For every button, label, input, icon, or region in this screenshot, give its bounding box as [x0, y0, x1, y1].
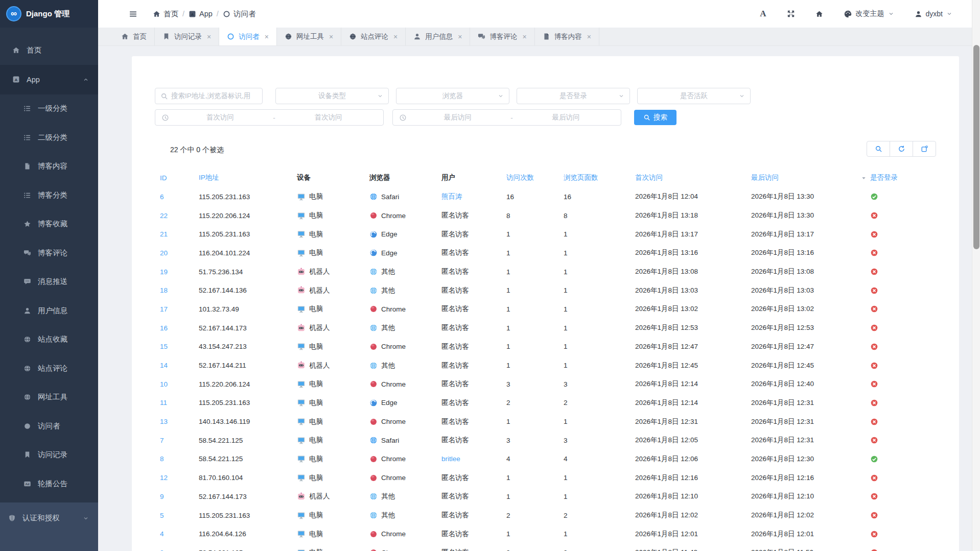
column-header-4[interactable]: 用户: [441, 173, 506, 182]
tab-close-icon[interactable]: ×: [522, 33, 526, 41]
user-name[interactable]: 熊百涛: [441, 193, 462, 200]
last-visit-range-picker[interactable]: 最后访问 - 最后访问: [392, 109, 621, 126]
table-row[interactable]: 258.54.221.125电脑Chrome匿名访客992026年1月8日 11…: [160, 543, 959, 551]
row-id-link[interactable]: 10: [160, 380, 199, 388]
row-user[interactable]: 熊百涛: [441, 192, 506, 201]
column-header-0[interactable]: ID: [160, 174, 199, 182]
row-id-link[interactable]: 15: [160, 343, 199, 350]
table-row[interactable]: 1543.154.247.213电脑Chrome匿名访客112026年1月8日 …: [160, 338, 959, 356]
table-row[interactable]: 17101.32.73.49电脑Chrome匿名访客112026年1月8日 13…: [160, 300, 959, 319]
breadcrumb-app[interactable]: A App: [189, 10, 213, 18]
table-row[interactable]: 11115.205.231.163电脑Edge匿名访客222026年1月8日 1…: [160, 394, 959, 413]
tab-close-icon[interactable]: ×: [265, 33, 269, 41]
row-id-link[interactable]: 5: [160, 512, 199, 519]
row-id-link[interactable]: 2: [160, 549, 199, 551]
row-id-link[interactable]: 16: [160, 324, 199, 332]
vertical-scrollbar[interactable]: [972, 0, 980, 551]
table-row[interactable]: 4116.204.64.126电脑Chrome匿名访客112026年1月8日 1…: [160, 524, 959, 543]
table-row[interactable]: 1452.167.144.211机器人其他匿名访客112026年1月8日 12:…: [160, 356, 959, 375]
row-id-link[interactable]: 13: [160, 418, 199, 425]
sidebar-item-5[interactable]: 博客分类: [0, 181, 98, 210]
row-id-link[interactable]: 4: [160, 530, 199, 538]
sort-desc-icon[interactable]: [861, 175, 870, 181]
table-row[interactable]: 6115.205.231.163电脑Safari熊百涛16162026年1月8日…: [160, 187, 959, 206]
table-row[interactable]: 758.54.221.125电脑Safari匿名访客332026年1月8日 12…: [160, 431, 959, 450]
table-row[interactable]: 1652.167.144.173机器人其他匿名访客112026年1月8日 12:…: [160, 319, 959, 338]
sidebar-item-0[interactable]: 首页: [0, 36, 98, 65]
column-header-1[interactable]: IP地址: [199, 173, 297, 182]
row-id-link[interactable]: 9: [160, 493, 199, 500]
tab-2[interactable]: 访问者×: [219, 28, 277, 45]
table-row[interactable]: 13140.143.146.119电脑Chrome匿名访客112026年1月8日…: [160, 412, 959, 431]
tab-5[interactable]: 用户信息×: [406, 28, 470, 45]
row-id-link[interactable]: 22: [160, 212, 199, 220]
row-id-link[interactable]: 21: [160, 230, 199, 238]
row-id-link[interactable]: 8: [160, 455, 199, 463]
tab-close-icon[interactable]: ×: [207, 33, 211, 41]
export-button[interactable]: [913, 141, 936, 157]
user-menu[interactable]: dyxbt: [915, 10, 952, 18]
column-header-6[interactable]: 浏览页面数: [564, 173, 635, 182]
font-size-button[interactable]: A: [760, 9, 766, 19]
sidebar-item-auth[interactable]: 认证和授权: [0, 502, 98, 534]
row-id-link[interactable]: 19: [160, 268, 199, 276]
row-id-link[interactable]: 11: [160, 399, 199, 406]
row-id-link[interactable]: 18: [160, 286, 199, 294]
tab-close-icon[interactable]: ×: [329, 33, 333, 41]
first-visit-range-picker[interactable]: 首次访问 - 首次访问: [155, 109, 384, 126]
hamburger-menu-icon[interactable]: [129, 10, 137, 18]
tab-4[interactable]: 站点评论×: [341, 28, 406, 45]
refresh-button[interactable]: [890, 141, 913, 157]
device-type-select[interactable]: 设备类型: [275, 88, 389, 104]
row-id-link[interactable]: 12: [160, 474, 199, 482]
row-id-link[interactable]: 20: [160, 249, 199, 257]
tab-3[interactable]: 网址工具×: [277, 28, 341, 45]
column-search-button[interactable]: [867, 141, 890, 157]
sidebar-item-9[interactable]: 用户信息: [0, 296, 98, 325]
active-select[interactable]: 是否活跃: [637, 88, 751, 104]
row-id-link[interactable]: 6: [160, 193, 199, 201]
sidebar-item-13[interactable]: 访问者: [0, 412, 98, 441]
theme-switcher[interactable]: 改变主题: [844, 9, 894, 18]
breadcrumb-home[interactable]: 首页: [153, 9, 178, 19]
table-row[interactable]: 858.54.221.125电脑Chromebritlee442026年1月8日…: [160, 450, 959, 469]
sidebar-item-11[interactable]: 站点评论: [0, 354, 98, 383]
sidebar-item-7[interactable]: 博客评论: [0, 238, 98, 268]
scrollbar-thumb[interactable]: [973, 45, 979, 249]
sidebar-item-12[interactable]: 网址工具: [0, 383, 98, 412]
row-id-link[interactable]: 7: [160, 437, 199, 444]
table-row[interactable]: 1281.70.160.104电脑Chrome匿名访客112026年1月8日 1…: [160, 468, 959, 487]
table-row[interactable]: 1852.167.144.136机器人其他匿名访客112026年1月8日 13:…: [160, 281, 959, 300]
fullscreen-button[interactable]: [787, 10, 795, 18]
column-header-3[interactable]: 浏览器: [369, 173, 441, 182]
tab-6[interactable]: 博客评论×: [470, 28, 534, 45]
table-row[interactable]: 10115.220.206.124电脑Chrome匿名访客332026年1月8日…: [160, 375, 959, 394]
column-header-8[interactable]: 最后访问: [751, 173, 861, 182]
sidebar-item-3[interactable]: 二级分类: [0, 123, 98, 152]
browser-select[interactable]: 浏览器: [396, 88, 509, 104]
sidebar-item-10[interactable]: 站点收藏: [0, 325, 98, 354]
table-row[interactable]: 1951.75.236.134机器人其他匿名访客112026年1月8日 13:0…: [160, 262, 959, 281]
table-row[interactable]: 5115.205.231.163电脑其他匿名访客222026年1月8日 12:0…: [160, 506, 959, 525]
table-row[interactable]: 20116.204.101.224电脑Edge匿名访客112026年1月8日 1…: [160, 244, 959, 262]
table-row[interactable]: 21115.205.231.163电脑Edge匿名访客112026年1月8日 1…: [160, 225, 959, 244]
logged-in-select[interactable]: 是否登录: [517, 88, 630, 104]
tab-0[interactable]: 首页: [113, 28, 155, 45]
row-user[interactable]: britlee: [441, 455, 506, 463]
table-row[interactable]: 952.167.144.173机器人其他匿名访客112026年1月8日 12:1…: [160, 487, 959, 506]
sidebar-item-6[interactable]: 博客收藏: [0, 210, 98, 239]
sidebar-item-2[interactable]: 一级分类: [0, 94, 98, 124]
sidebar-item-14[interactable]: 访问记录: [0, 441, 98, 470]
column-header-7[interactable]: 首次访问: [635, 173, 751, 182]
tab-1[interactable]: 访问记录×: [155, 28, 219, 45]
sidebar-item-4[interactable]: 博客内容: [0, 152, 98, 181]
tab-7[interactable]: 博客内容×: [535, 28, 599, 45]
column-header-9[interactable]: 是否登录: [870, 173, 959, 182]
sidebar-item-8[interactable]: 消息推送: [0, 268, 98, 297]
sidebar-item-15[interactable]: Ad轮播公告: [0, 469, 98, 498]
home-button[interactable]: [815, 10, 823, 18]
user-name[interactable]: britlee: [441, 455, 460, 463]
search-button[interactable]: 搜索: [634, 110, 676, 125]
sidebar-item-1[interactable]: AApp: [0, 65, 98, 94]
search-input[interactable]: 搜索IP地址,浏览器标识,用: [155, 88, 263, 104]
